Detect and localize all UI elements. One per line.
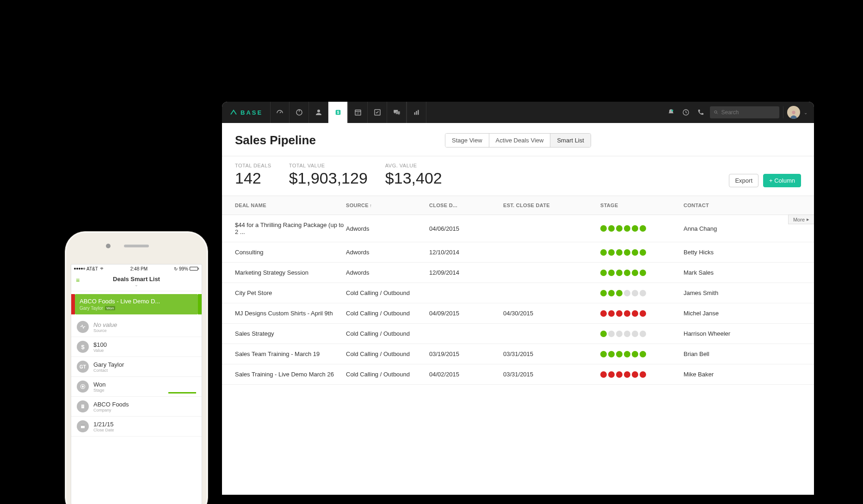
dollar-icon: $ (77, 341, 89, 353)
phone-detail-row[interactable]: Won Stage (71, 377, 202, 397)
power-icon[interactable] (290, 102, 309, 123)
calendar-icon[interactable]: 27 (348, 102, 368, 123)
stage-dot-icon (600, 225, 607, 232)
deals-icon[interactable]: $ (328, 102, 348, 123)
stage-dot-icon (616, 351, 623, 357)
stage-dot-icon (624, 351, 630, 357)
cell-contact: Michel Janse (684, 310, 801, 317)
cell-deal-name: $44 for a Thrilling Racing Package (up t… (235, 221, 346, 235)
phone-icon[interactable] (695, 107, 706, 118)
phone-time: 2:48 PM (130, 266, 148, 271)
deals-table: DEAL NAME SOURCE↑ CLOSE D... EST. CLOSE … (222, 196, 814, 385)
col-deal-name[interactable]: DEAL NAME (235, 203, 346, 208)
reports-icon[interactable] (407, 102, 426, 123)
table-row[interactable]: City Pet Store Cold Calling / Outbound J… (222, 283, 814, 303)
cell-close-date: 04/09/2015 (429, 310, 503, 317)
view-switcher: Stage View Active Deals View Smart List (445, 133, 591, 148)
activity-icon[interactable] (680, 107, 691, 118)
svg-point-10 (672, 110, 673, 111)
phone-detail-row[interactable]: ABCO Foods Company (71, 397, 202, 417)
detail-value: 1/21/15 (93, 421, 114, 428)
svg-text:$: $ (337, 110, 339, 115)
stage-dot-icon (632, 225, 638, 232)
brand-logo[interactable]: BASE (222, 108, 270, 117)
table-header: DEAL NAME SOURCE↑ CLOSE D... EST. CLOSE … (222, 196, 814, 215)
stage-dot-icon (624, 371, 630, 378)
stage-dot-icon (640, 331, 646, 337)
deal-card[interactable]: ABCO Foods - Live Demo D... Gary Taylor … (75, 294, 198, 314)
svg-rect-19 (82, 406, 83, 407)
swipe-right-indicator (198, 294, 202, 314)
messages-icon[interactable] (387, 102, 407, 123)
table-row[interactable]: $44 for a Thrilling Racing Package (up t… (222, 215, 814, 242)
stage-dot-icon (600, 351, 607, 357)
phone-detail-row[interactable]: $ $100 Value (71, 337, 202, 357)
stat-label: TOTAL VALUE (289, 163, 368, 168)
detail-value: Won (93, 381, 106, 388)
tab-smart-list[interactable]: Smart List (550, 134, 591, 147)
table-row[interactable]: Consulting Adwords 12/10/2014 Betty Hick… (222, 242, 814, 263)
chevron-down-icon[interactable]: ⌄ (71, 283, 202, 287)
search-input[interactable] (721, 109, 776, 116)
contacts-icon[interactable] (309, 102, 328, 123)
cell-stage (600, 270, 684, 276)
export-button[interactable]: Export (729, 174, 758, 187)
svg-point-13 (792, 111, 795, 114)
detail-label: Company (93, 408, 129, 412)
page-header: Sales Pipeline Stage View Active Deals V… (222, 123, 814, 156)
cell-contact: Betty Hicks (684, 249, 801, 256)
stat-total-deals: TOTAL DEALS 142 (235, 163, 271, 187)
table-body: $44 for a Thrilling Racing Package (up t… (222, 215, 814, 385)
table-row[interactable]: Marketing Strategy Session Adwords 12/09… (222, 263, 814, 283)
phone-detail-row[interactable]: 1/21/15 Close Date (71, 417, 202, 436)
cell-contact: James Smith (684, 289, 801, 296)
tab-stage-view[interactable]: Stage View (445, 134, 489, 147)
notifications-icon[interactable] (666, 107, 677, 118)
table-row[interactable]: Sales Training - Live Demo March 26 Cold… (222, 364, 814, 385)
desktop-app-window: BASE $ 27 (222, 102, 814, 495)
stage-dot-icon (632, 270, 638, 276)
stage-dot-icon (640, 371, 646, 378)
tasks-icon[interactable] (368, 102, 387, 123)
svg-rect-22 (81, 425, 85, 426)
phone-status-bar: AT&T 2:48 PM ↻ 99% (71, 264, 202, 273)
stage-dot-icon (608, 225, 615, 232)
stage-dot-icon (608, 270, 615, 276)
col-est-close[interactable]: EST. CLOSE DATE (503, 203, 600, 208)
stage-dot-icon (600, 249, 607, 256)
table-row[interactable]: MJ Designs Custom Shirts - April 9th Col… (222, 303, 814, 324)
stage-dot-icon (640, 310, 646, 317)
detail-label: Stage (93, 388, 106, 393)
phone-detail-row[interactable]: GT Gary Taylor Contact (71, 357, 202, 377)
hamburger-icon[interactable]: ≡ (76, 277, 80, 284)
stage-dot-icon (632, 290, 638, 296)
search-input-box[interactable] (710, 106, 779, 118)
stage-dot-icon (616, 225, 623, 232)
tab-active-deals[interactable]: Active Deals View (489, 134, 551, 147)
cell-source: Cold Calling / Outbound (346, 350, 429, 357)
col-contact[interactable]: CONTACT (684, 203, 801, 208)
stage-dot-icon (608, 371, 615, 378)
svg-rect-16 (81, 405, 84, 408)
cell-contact: Brian Bell (684, 350, 801, 357)
carrier-label: AT&T (86, 266, 98, 271)
stage-dot-icon (600, 331, 607, 337)
chevron-down-icon[interactable]: ⌄ (804, 110, 808, 115)
phone-detail-row[interactable]: No value Source (71, 317, 202, 337)
stat-label: AVG. VALUE (385, 163, 442, 168)
col-source[interactable]: SOURCE↑ (346, 203, 429, 208)
col-close-date[interactable]: CLOSE D... (429, 203, 503, 208)
table-row[interactable]: Sales Team Training - March 19 Cold Call… (222, 344, 814, 364)
svg-point-15 (82, 386, 84, 387)
add-column-button[interactable]: + Column (763, 174, 801, 187)
brand-name: BASE (240, 109, 263, 116)
col-stage[interactable]: STAGE (600, 203, 684, 208)
user-avatar[interactable] (787, 106, 800, 119)
dashboard-icon[interactable] (270, 102, 290, 123)
deal-card-title: ABCO Foods - Live Demo D... (80, 298, 193, 305)
table-row[interactable]: Sales Strategy Cold Calling / Outbound H… (222, 324, 814, 344)
more-columns-button[interactable]: More ▸ (788, 215, 814, 224)
cell-contact: Harrison Wheeler (684, 330, 801, 337)
stage-dot-icon (608, 351, 615, 357)
stage-progress-bar (168, 392, 196, 393)
